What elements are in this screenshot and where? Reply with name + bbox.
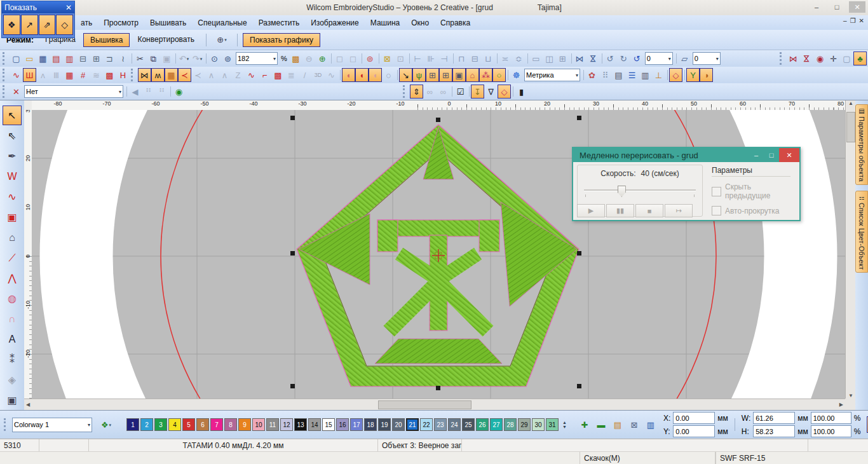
redo-button[interactable]: ↷▾ [191,51,204,65]
satin-stitch-button[interactable]: ∿ [10,68,23,82]
pause-button[interactable]: ▮▮ [606,204,634,217]
branching-tool-button[interactable]: Y [686,68,700,82]
remove-effect-button[interactable]: ✕ [10,85,23,99]
space-evenly-vertical-button[interactable]: ≎ [512,51,526,65]
open-object-tool[interactable]: ⟋ [3,248,22,268]
color-object-list-button[interactable]: ▥ [643,418,658,432]
lettering-tool[interactable]: A [3,329,22,349]
skew-button[interactable]: ▱ [678,51,691,65]
w-field[interactable]: 61.26 [753,412,795,424]
color-swatch-29[interactable]: 29 [518,418,531,431]
menu-item-Окно[interactable]: Окно [405,17,435,29]
add-color-button[interactable]: ✚ [577,418,592,432]
color-swatch-31[interactable]: 31 [546,418,559,431]
funnel-filter-button[interactable]: ∇ [484,85,498,99]
toolbar-grip[interactable] [4,418,10,431]
menu-item-Просмотр[interactable]: Просмотр [98,17,144,29]
travel-by-color-button[interactable]: ❖ [3,15,20,35]
toolbar-grip[interactable] [3,69,8,81]
outline-object-button[interactable]: ◖ [369,68,382,82]
motif-fill-button[interactable]: ▩ [103,68,116,82]
color-swatch-15[interactable]: 15 [322,418,335,431]
reshape-nodes-button[interactable]: ◻ [346,51,360,65]
close-button[interactable]: ✕ [849,1,865,13]
color-swatch-10[interactable]: 10 [252,418,265,431]
wave-effect-button[interactable]: ∿ [325,68,338,82]
align-top-button[interactable]: ⊓ [455,51,468,65]
y-field[interactable]: 0.00 [673,425,715,437]
toolbar-grip[interactable] [780,52,785,65]
auto-scroll-checkbox[interactable] [712,206,721,215]
tab-object-properties[interactable]: ▤Параметры объекта [855,104,868,185]
lacework-fill-button[interactable]: ▩ [271,68,285,82]
effect-3d-button[interactable]: 3D [311,68,325,82]
rotate-by-button[interactable]: ↺ [630,51,644,65]
scroll-left-icon[interactable]: ◀ [26,402,30,407]
remove-overlaps-button[interactable]: ⊚ [363,51,377,65]
mirror-horizontal-button[interactable]: ⋈ [573,51,587,65]
scroll-right-icon[interactable]: ▶ [839,402,843,407]
stretch-to-box-button[interactable]: ◫ [543,51,556,65]
stitch-marker-button[interactable]: ▮ [515,85,528,99]
doc-window-control[interactable]: – [843,17,847,24]
align-right-button[interactable]: ⊣ [438,51,451,65]
zoom-factor-combobox[interactable]: 182▾ [236,52,278,65]
circle-object-tool[interactable]: ◍ [3,289,22,308]
zoom-box-button[interactable]: ▩ [289,51,302,65]
closed-object-tool[interactable]: ⌂ [3,228,22,247]
auto-apply-button[interactable]: ☑ [454,85,467,99]
fit-to-box-button[interactable]: ▭ [529,51,543,65]
color-blending-button[interactable]: ◑ [700,68,713,82]
menu-item-Разместить[interactable]: Разместить [253,17,306,29]
digitize-special-tool[interactable]: ▣ [3,207,22,227]
show-grid-button[interactable]: ⊞ [426,68,439,82]
show-needle-points-button[interactable]: ⠛ [142,85,155,99]
vertical-scrollbar[interactable]: ▲ ▼ [845,100,856,399]
bead-cluster-button[interactable]: ⁂ [479,68,492,82]
zoom-previous-button[interactable]: ⊖ [302,51,316,65]
color-swatch-21[interactable]: 21 [406,418,419,431]
wreath-button[interactable]: ✛ [827,51,840,65]
zoom-to-fit-button[interactable]: ⊕ [316,51,329,65]
scale-y-field[interactable]: 100.00 [811,425,851,437]
flexi-split-button[interactable]: ∿ [245,68,258,82]
reshape-object-tool[interactable]: ⇖ [3,126,22,146]
speed-slider[interactable] [584,186,696,197]
slider-thumb[interactable] [618,186,626,197]
menu-item-ать[interactable]: ать [75,17,98,29]
dot-grid-button[interactable]: ⠿ [599,68,612,82]
reshape-object-button[interactable]: ◻ [333,51,346,65]
column-stitch-button[interactable]: Ш [23,68,36,82]
color-swatch-14[interactable]: 14 [308,418,321,431]
show-graphics-button[interactable]: Показать графику [243,33,320,47]
travel-by-function-button[interactable]: ⇗ [39,15,56,35]
dialog-maximize-button[interactable]: □ [764,148,779,162]
reflect-tool-button[interactable]: ♣ [853,51,867,65]
program-split-button[interactable]: # [76,68,90,82]
effect-preset-combobox[interactable]: Нет▾ [24,85,123,98]
dialog-title-bar[interactable]: Медленно перерисовать - grud – □ ✕ [573,148,799,162]
design-information-button[interactable]: ▥ [63,51,76,65]
center-in-box-button[interactable]: ⊞ [556,51,569,65]
rotate-angle-combobox[interactable]: 0▾ [645,52,673,65]
color-swatch-1[interactable]: 1 [126,418,139,431]
contour-fill-button[interactable]: ≋ [90,68,103,82]
design-notes-button[interactable]: ▥ [639,68,652,82]
jump-to-point-button[interactable]: ◇ [56,15,73,35]
mirror-vertical-button[interactable]: ⋈ [587,51,600,65]
unlock-all-button[interactable]: ⊡ [394,51,407,65]
dialog-close-button[interactable]: ✕ [779,148,799,162]
tab-color-object-list[interactable]: ⚏Список Цвет-Объект [855,191,868,273]
export-machine-file-button[interactable]: ⊐ [103,51,116,65]
stair-fill-button[interactable]: ⌐ [258,68,271,82]
tatami-fill-button[interactable]: ▦ [63,68,76,82]
mirror-merge-both-button[interactable]: ◉ [813,51,827,65]
e-stitch-button[interactable]: ʌ [36,68,50,82]
metric-system-combobox[interactable]: Метрика▾ [524,69,580,81]
color-swatch-19[interactable]: 19 [378,418,391,431]
needle-point-button[interactable]: ↧ [471,85,484,99]
save-design-button[interactable]: ▦ [36,51,50,65]
string-stitch-button[interactable]: ʍ [151,68,165,82]
print-button[interactable]: ⊟ [76,51,90,65]
hide-unused-colors-button[interactable]: ⊠ [627,418,642,432]
